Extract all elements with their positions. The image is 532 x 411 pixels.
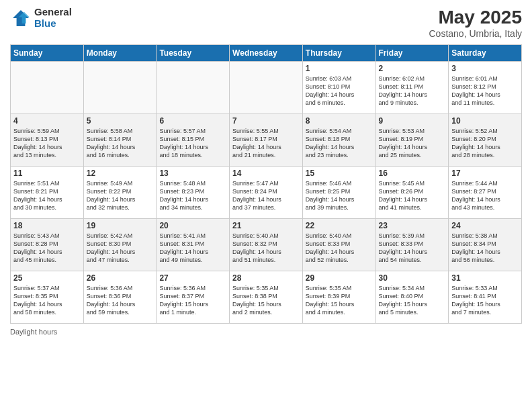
day-info: Sunrise: 5:55 AM Sunset: 8:17 PM Dayligh… — [232, 127, 300, 160]
day-number: 31 — [451, 273, 519, 283]
calendar-cell: 29Sunrise: 5:35 AM Sunset: 8:39 PM Dayli… — [302, 271, 375, 324]
day-number: 26 — [87, 273, 154, 283]
day-number: 27 — [159, 273, 226, 283]
day-number: 14 — [232, 169, 300, 178]
calendar-cell: 6Sunrise: 5:57 AM Sunset: 8:15 PM Daylig… — [157, 114, 230, 167]
day-number: 23 — [379, 221, 446, 230]
day-info: Sunrise: 5:44 AM Sunset: 8:27 PM Dayligh… — [451, 179, 519, 212]
legend: Daylight hours — [10, 328, 522, 336]
day-info: Sunrise: 6:02 AM Sunset: 8:11 PM Dayligh… — [379, 75, 446, 107]
calendar-cell — [11, 62, 84, 114]
logo-blue-text: Blue — [34, 18, 72, 30]
day-number: 25 — [13, 273, 81, 283]
day-number: 30 — [379, 273, 446, 283]
day-info: Sunrise: 5:35 AM Sunset: 8:38 PM Dayligh… — [232, 284, 300, 317]
logo-general-text: General — [34, 7, 72, 18]
day-info: Sunrise: 5:54 AM Sunset: 8:18 PM Dayligh… — [306, 127, 373, 160]
days-header-row: SundayMondayTuesdayWednesdayThursdayFrid… — [11, 45, 522, 62]
subtitle: Costano, Umbria, Italy — [429, 28, 523, 39]
day-header-friday: Friday — [375, 45, 449, 62]
day-number: 17 — [451, 169, 519, 178]
day-number: 1 — [306, 64, 373, 73]
calendar-cell: 4Sunrise: 5:59 AM Sunset: 8:13 PM Daylig… — [11, 114, 84, 167]
day-number: 6 — [159, 116, 226, 126]
day-number: 28 — [232, 273, 300, 283]
day-number: 18 — [13, 221, 81, 230]
day-header-sunday: Sunday — [11, 45, 84, 62]
day-number: 19 — [87, 221, 154, 230]
day-info: Sunrise: 5:47 AM Sunset: 8:24 PM Dayligh… — [232, 179, 300, 212]
day-number: 2 — [379, 64, 446, 73]
calendar-cell — [157, 62, 230, 114]
week-row-5: 25Sunrise: 5:37 AM Sunset: 8:35 PM Dayli… — [11, 271, 522, 324]
day-info: Sunrise: 5:45 AM Sunset: 8:26 PM Dayligh… — [379, 179, 446, 212]
calendar-cell: 26Sunrise: 5:36 AM Sunset: 8:36 PM Dayli… — [83, 271, 157, 324]
day-number: 13 — [159, 169, 226, 178]
calendar-cell: 31Sunrise: 5:33 AM Sunset: 8:41 PM Dayli… — [449, 271, 522, 324]
calendar-cell: 8Sunrise: 5:54 AM Sunset: 8:18 PM Daylig… — [302, 114, 375, 167]
day-info: Sunrise: 5:35 AM Sunset: 8:39 PM Dayligh… — [306, 284, 373, 317]
day-number: 10 — [451, 116, 519, 126]
day-info: Sunrise: 5:38 AM Sunset: 8:34 PM Dayligh… — [451, 232, 519, 265]
calendar-cell: 25Sunrise: 5:37 AM Sunset: 8:35 PM Dayli… — [11, 271, 84, 324]
calendar-cell: 12Sunrise: 5:49 AM Sunset: 8:22 PM Dayli… — [83, 167, 157, 219]
day-info: Sunrise: 5:43 AM Sunset: 8:28 PM Dayligh… — [13, 232, 81, 265]
calendar-cell — [230, 62, 303, 114]
calendar-cell: 5Sunrise: 5:58 AM Sunset: 8:14 PM Daylig… — [83, 114, 157, 167]
day-number: 15 — [306, 169, 373, 178]
day-header-saturday: Saturday — [449, 45, 522, 62]
calendar-cell: 21Sunrise: 5:40 AM Sunset: 8:32 PM Dayli… — [230, 219, 303, 271]
day-info: Sunrise: 6:01 AM Sunset: 8:12 PM Dayligh… — [451, 75, 519, 107]
calendar-cell — [83, 62, 157, 114]
day-info: Sunrise: 6:03 AM Sunset: 8:10 PM Dayligh… — [306, 75, 373, 107]
day-number: 11 — [13, 169, 81, 178]
logo-icon — [10, 7, 32, 29]
day-info: Sunrise: 5:41 AM Sunset: 8:31 PM Dayligh… — [159, 232, 226, 265]
day-number: 20 — [159, 221, 226, 230]
day-header-thursday: Thursday — [302, 45, 375, 62]
calendar-cell: 1Sunrise: 6:03 AM Sunset: 8:10 PM Daylig… — [302, 62, 375, 114]
calendar-cell: 19Sunrise: 5:42 AM Sunset: 8:30 PM Dayli… — [83, 219, 157, 271]
day-info: Sunrise: 5:39 AM Sunset: 8:33 PM Dayligh… — [379, 232, 446, 265]
week-row-3: 11Sunrise: 5:51 AM Sunset: 8:21 PM Dayli… — [11, 167, 522, 219]
calendar-cell: 14Sunrise: 5:47 AM Sunset: 8:24 PM Dayli… — [230, 167, 303, 219]
day-info: Sunrise: 5:52 AM Sunset: 8:20 PM Dayligh… — [451, 127, 519, 160]
calendar: SundayMondayTuesdayWednesdayThursdayFrid… — [10, 44, 522, 324]
day-info: Sunrise: 5:36 AM Sunset: 8:36 PM Dayligh… — [87, 284, 154, 317]
header: General Blue May 2025 Costano, Umbria, I… — [10, 7, 522, 39]
day-header-tuesday: Tuesday — [157, 45, 230, 62]
legend-text: Daylight hours — [10, 328, 57, 336]
day-number: 8 — [306, 116, 373, 126]
day-info: Sunrise: 5:48 AM Sunset: 8:23 PM Dayligh… — [159, 179, 226, 212]
calendar-cell: 7Sunrise: 5:55 AM Sunset: 8:17 PM Daylig… — [230, 114, 303, 167]
day-info: Sunrise: 5:57 AM Sunset: 8:15 PM Dayligh… — [159, 127, 226, 160]
day-info: Sunrise: 5:46 AM Sunset: 8:25 PM Dayligh… — [306, 179, 373, 212]
day-number: 7 — [232, 116, 300, 126]
calendar-cell: 13Sunrise: 5:48 AM Sunset: 8:23 PM Dayli… — [157, 167, 230, 219]
day-info: Sunrise: 5:53 AM Sunset: 8:19 PM Dayligh… — [379, 127, 446, 160]
calendar-cell: 20Sunrise: 5:41 AM Sunset: 8:31 PM Dayli… — [157, 219, 230, 271]
calendar-cell: 16Sunrise: 5:45 AM Sunset: 8:26 PM Dayli… — [375, 167, 449, 219]
calendar-cell: 30Sunrise: 5:34 AM Sunset: 8:40 PM Dayli… — [375, 271, 449, 324]
page: General Blue May 2025 Costano, Umbria, I… — [0, 0, 532, 411]
day-number: 5 — [87, 116, 154, 126]
calendar-cell: 2Sunrise: 6:02 AM Sunset: 8:11 PM Daylig… — [375, 62, 449, 114]
week-row-1: 1Sunrise: 6:03 AM Sunset: 8:10 PM Daylig… — [11, 62, 522, 114]
calendar-cell: 15Sunrise: 5:46 AM Sunset: 8:25 PM Dayli… — [302, 167, 375, 219]
day-number: 24 — [451, 221, 519, 230]
calendar-cell: 9Sunrise: 5:53 AM Sunset: 8:19 PM Daylig… — [375, 114, 449, 167]
calendar-cell: 28Sunrise: 5:35 AM Sunset: 8:38 PM Dayli… — [230, 271, 303, 324]
day-number: 29 — [306, 273, 373, 283]
calendar-cell: 11Sunrise: 5:51 AM Sunset: 8:21 PM Dayli… — [11, 167, 84, 219]
calendar-cell: 10Sunrise: 5:52 AM Sunset: 8:20 PM Dayli… — [449, 114, 522, 167]
day-info: Sunrise: 5:49 AM Sunset: 8:22 PM Dayligh… — [87, 179, 154, 212]
day-info: Sunrise: 5:33 AM Sunset: 8:41 PM Dayligh… — [451, 284, 519, 317]
calendar-cell: 27Sunrise: 5:36 AM Sunset: 8:37 PM Dayli… — [157, 271, 230, 324]
calendar-cell: 3Sunrise: 6:01 AM Sunset: 8:12 PM Daylig… — [449, 62, 522, 114]
day-info: Sunrise: 5:58 AM Sunset: 8:14 PM Dayligh… — [87, 127, 154, 160]
day-header-monday: Monday — [83, 45, 157, 62]
day-number: 21 — [232, 221, 300, 230]
day-number: 16 — [379, 169, 446, 178]
day-info: Sunrise: 5:40 AM Sunset: 8:33 PM Dayligh… — [306, 232, 373, 265]
day-number: 9 — [379, 116, 446, 126]
